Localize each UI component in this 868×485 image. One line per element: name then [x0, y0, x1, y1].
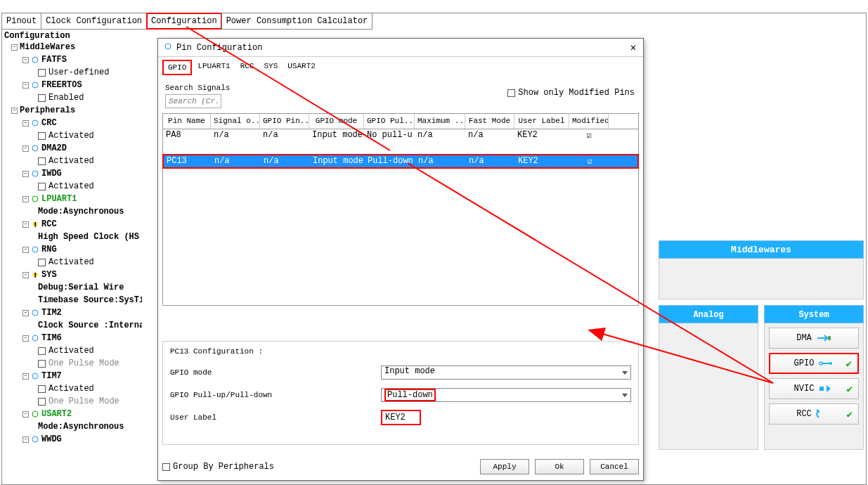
panel-analog-header: Analog — [659, 305, 758, 323]
collapse-icon[interactable]: - — [22, 247, 29, 253]
nvic-icon — [818, 384, 834, 394]
tree-tim6[interactable]: TIM6 — [41, 332, 62, 344]
tab-power[interactable]: Power Consumption Calculator — [221, 13, 373, 30]
tab-clock[interactable]: Clock Configuration — [41, 13, 147, 30]
dlg-tab-rcc[interactable]: RCC — [236, 60, 259, 75]
col-pull[interactable]: GPIO Pul... — [364, 114, 415, 129]
gpio-button[interactable]: GPIO✔ — [769, 353, 859, 374]
close-icon[interactable]: ✕ — [628, 41, 639, 53]
showonly-label[interactable]: Show only Modified Pins — [518, 88, 635, 98]
collapse-icon[interactable]: - — [22, 272, 29, 278]
collapse-icon[interactable]: - — [22, 335, 29, 342]
table-row-selected[interactable]: PC13 n/a n/a Input mode Pull-down n/a n/… — [164, 155, 637, 167]
dma-button[interactable]: DMA — [769, 328, 859, 349]
search-input[interactable] — [165, 94, 221, 108]
tree-freertos-opt[interactable]: Enabled — [48, 91, 84, 104]
col-max[interactable]: Maximum ... — [415, 114, 465, 129]
svg-point-10 — [32, 411, 38, 417]
groupby-label[interactable]: Group By Peripherals — [173, 462, 274, 472]
showonly-checkbox[interactable] — [507, 89, 515, 97]
cell-modified[interactable]: ☑ — [570, 155, 609, 167]
checkbox[interactable] — [38, 398, 46, 406]
ok-button[interactable]: Ok — [535, 459, 584, 474]
opt[interactable]: Activated — [48, 382, 94, 395]
gpio-mode-select[interactable]: Input mode — [381, 366, 631, 380]
dialog-titlebar[interactable]: Pin Configuration ✕ — [158, 39, 643, 57]
dlg-tab-usart2[interactable]: USART2 — [283, 60, 320, 75]
apply-button[interactable]: Apply — [480, 459, 529, 474]
tab-configuration[interactable]: Configuration — [146, 13, 222, 30]
gear-icon — [31, 169, 39, 178]
tree-sys[interactable]: SYS — [41, 269, 57, 281]
table-row[interactable]: PA8 n/a n/a Input mode No pull-u n/a n/a… — [163, 129, 638, 141]
tree-middlewares[interactable]: MiddleWares — [20, 41, 75, 53]
checkbox[interactable] — [38, 385, 46, 393]
checkbox[interactable] — [38, 360, 46, 368]
cancel-button[interactable]: Cancel — [590, 459, 639, 474]
collapse-icon[interactable]: - — [22, 171, 29, 177]
rcc-button[interactable]: RCC✔ — [769, 403, 859, 425]
opt[interactable]: Activated — [48, 256, 94, 269]
dlg-tab-sys[interactable]: SYS — [259, 60, 282, 75]
checkbox[interactable] — [38, 157, 46, 165]
collapse-icon[interactable]: - — [22, 196, 29, 202]
cell-modified[interactable]: ☑ — [569, 129, 609, 141]
checkbox[interactable] — [38, 259, 46, 266]
checkbox[interactable] — [38, 69, 46, 77]
dlg-tab-lpuart1[interactable]: LPUART1 — [193, 60, 234, 75]
tree-crc[interactable]: CRC — [41, 117, 57, 129]
tree-lpuart1[interactable]: LPUART1 — [41, 193, 77, 205]
collapse-icon[interactable]: - — [11, 108, 18, 114]
col-mode[interactable]: GPIO mode — [309, 114, 364, 129]
gpio-pull-select[interactable]: Pull-down — [381, 388, 631, 402]
tree-wwdg[interactable]: WWDG — [41, 433, 62, 446]
col-label[interactable]: User Label — [514, 114, 569, 129]
checkbox[interactable] — [38, 94, 46, 102]
tree-peripherals[interactable]: Peripherals — [20, 104, 75, 117]
tree-iwdg[interactable]: IWDG — [41, 167, 62, 180]
col-signal[interactable]: Signal o... — [211, 114, 260, 129]
collapse-icon[interactable]: - — [22, 411, 29, 418]
collapse-icon[interactable]: - — [22, 82, 29, 89]
col-fast[interactable]: Fast Mode — [465, 114, 514, 129]
opt[interactable]: One Pulse Mode — [48, 357, 119, 370]
col-pinname[interactable]: Pin Name — [163, 114, 211, 129]
cell: n/a — [465, 129, 514, 141]
tree-freertos[interactable]: FREERTOS — [41, 79, 82, 91]
checkbox[interactable] — [38, 183, 46, 190]
tab-pinout[interactable]: Pinout — [1, 13, 41, 30]
col-gpiopin[interactable]: GPIO Pin... — [260, 114, 309, 129]
opt-activated[interactable]: Activated — [48, 129, 94, 142]
collapse-icon[interactable]: - — [22, 436, 29, 443]
tree-fatfs-opt[interactable]: User-defined — [48, 66, 109, 79]
dlg-tab-gpio[interactable]: GPIO — [162, 60, 192, 75]
opt[interactable]: Activated — [48, 180, 94, 193]
tree-fatfs[interactable]: FATFS — [41, 53, 67, 66]
checkbox[interactable] — [38, 347, 46, 355]
collapse-icon[interactable]: - — [22, 310, 29, 316]
grid-header[interactable]: Pin Name Signal o... GPIO Pin... GPIO mo… — [163, 114, 638, 129]
tree-rcc[interactable]: RCC — [41, 218, 57, 231]
collapse-icon[interactable]: - — [11, 44, 18, 51]
collapse-icon[interactable]: - — [22, 146, 29, 152]
groupby-checkbox[interactable] — [162, 463, 170, 471]
svg-point-8 — [32, 335, 38, 341]
opt[interactable]: Activated — [48, 155, 94, 167]
collapse-icon[interactable]: - — [22, 373, 29, 380]
opt[interactable]: One Pulse Mode — [48, 395, 119, 408]
tree-rng[interactable]: RNG — [41, 243, 57, 256]
tree-tim7[interactable]: TIM7 — [41, 370, 62, 382]
user-label-input[interactable]: KEY2 — [381, 410, 421, 425]
collapse-icon[interactable]: - — [22, 120, 29, 127]
check-icon: ✔ — [846, 358, 852, 370]
col-mod[interactable]: Modified — [569, 114, 609, 129]
tree-tim2[interactable]: TIM2 — [41, 306, 62, 319]
tree-dma2d[interactable]: DMA2D — [41, 142, 67, 155]
opt[interactable]: Activated — [48, 344, 94, 357]
nvic-button[interactable]: NVIC✔ — [769, 378, 859, 399]
collapse-icon[interactable]: - — [22, 57, 29, 63]
tree-usart2[interactable]: USART2 — [41, 408, 72, 420]
config-tree[interactable]: -MiddleWares -FATFS User-defined -FREERT… — [1, 41, 142, 485]
collapse-icon[interactable]: - — [22, 221, 29, 228]
checkbox[interactable] — [38, 132, 46, 140]
